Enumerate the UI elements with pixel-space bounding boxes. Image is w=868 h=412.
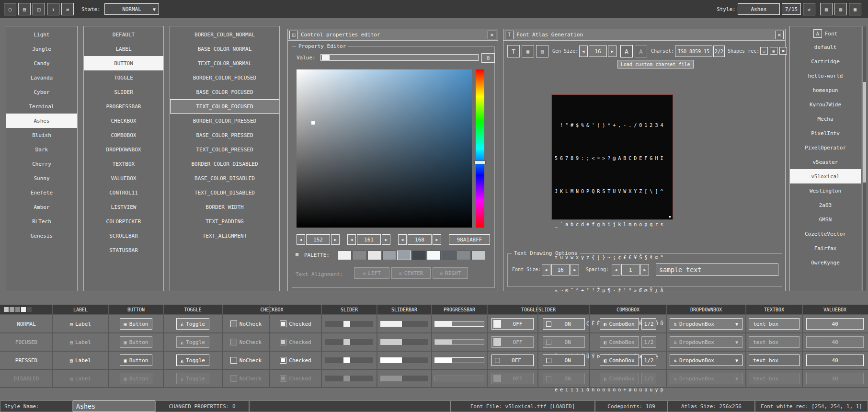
blue-increment-button[interactable]: ▶	[433, 234, 441, 245]
blue-decrement-button[interactable]: ◀	[398, 234, 407, 245]
red-value[interactable]: 152	[306, 234, 330, 245]
control-item-colorpicker[interactable]: COLORPICKER	[84, 214, 163, 229]
control-item-listview[interactable]: LISTVIEW	[84, 200, 163, 214]
font-size-decrement-button[interactable]: ◀	[542, 264, 550, 275]
sample-text-input[interactable]	[656, 263, 778, 276]
font-item-v5easter[interactable]: v5easter	[790, 155, 861, 169]
control-item-slider[interactable]: SLIDER	[84, 85, 163, 99]
style-item-genesis[interactable]: Genesis	[6, 229, 77, 243]
property-item[interactable]: BASE_COLOR_PRESSED	[170, 128, 279, 142]
style-item-cherry[interactable]: Cherry	[6, 157, 77, 171]
palette-swatch[interactable]	[367, 251, 381, 260]
palette-swatch[interactable]	[427, 251, 441, 260]
charset-value-box[interactable]: ISO-8859-15	[675, 46, 712, 57]
new-style-button[interactable]: ▢	[4, 3, 16, 15]
style-item-enefete[interactable]: Enefete	[6, 185, 77, 200]
style-item-candy[interactable]: Candy	[6, 56, 77, 70]
shapes-rec-button-1[interactable]: □	[760, 47, 768, 55]
font-item-fairfax[interactable]: Fairfax	[790, 241, 861, 255]
control-item-combobox[interactable]: COMBOBOX	[84, 128, 163, 142]
property-item[interactable]: BORDER_COLOR_PRESSED	[170, 114, 279, 128]
font-list-scrollbar[interactable]	[862, 26, 867, 291]
property-item[interactable]: BORDER_WIDTH	[170, 200, 279, 214]
gen-size-increment-button[interactable]: ▶	[608, 46, 617, 57]
blue-value[interactable]: 168	[408, 234, 432, 245]
palette-swatch[interactable]	[412, 251, 426, 260]
hue-bar[interactable]	[476, 69, 484, 228]
property-item[interactable]: BORDER_COLOR_DISABLED	[170, 157, 279, 171]
green-value[interactable]: 161	[357, 234, 381, 245]
screenshot-button[interactable]: ▧	[820, 3, 833, 15]
control-item-label[interactable]: LABEL	[84, 42, 163, 56]
palette-swatch[interactable]	[382, 251, 396, 260]
property-item[interactable]: TEXT_COLOR_NORMAL	[170, 56, 279, 70]
hue-bar-handle[interactable]	[474, 160, 486, 164]
control-item-default[interactable]: DEFAULT	[84, 27, 163, 42]
font-list-scrollbar-thumb[interactable]	[863, 82, 866, 183]
reload-style-button[interactable]: ↺	[803, 3, 815, 15]
font-item-mecha[interactable]: Mecha	[790, 112, 861, 126]
load-style-button[interactable]: ▤	[18, 3, 31, 15]
font-item-cozettevector[interactable]: CozetteVector	[790, 227, 861, 241]
font-item-v5loxical[interactable]: v5loxical	[790, 169, 861, 183]
control-item-statusbar[interactable]: STATUSBAR	[84, 243, 163, 257]
style-item-rltech[interactable]: RLTech	[6, 214, 77, 229]
palette-swatch[interactable]	[338, 251, 352, 260]
font-size-increment-button[interactable]: ▶	[571, 264, 579, 275]
font-item-cartridge[interactable]: Cartridge	[790, 54, 861, 69]
property-item[interactable]: BORDER_COLOR_FOCUSED	[170, 70, 279, 85]
palette-swatch-selected[interactable]	[397, 251, 411, 260]
gen-size-value[interactable]: 16	[589, 46, 607, 57]
style-item-jungle[interactable]: Jungle	[6, 42, 77, 56]
font-item-westington[interactable]: Westington	[790, 183, 861, 198]
red-increment-button[interactable]: ▶	[331, 234, 340, 245]
style-item-cyber[interactable]: Cyber	[6, 85, 77, 99]
style-item-sunny[interactable]: Sunny	[6, 171, 77, 185]
random-style-button[interactable]: ⇄	[61, 3, 74, 15]
gen-size-decrement-button[interactable]: ◀	[579, 46, 588, 57]
style-name-input[interactable]	[73, 401, 155, 412]
control-item-textbox[interactable]: TEXTBOX	[84, 157, 163, 171]
property-item[interactable]: BASE_COLOR_NORMAL	[170, 42, 279, 56]
style-item-amber[interactable]: Amber	[6, 200, 77, 214]
red-decrement-button[interactable]: ◀	[297, 234, 305, 245]
style-item-ashes[interactable]: Ashes	[6, 114, 77, 128]
spacing-increment-button[interactable]: ▶	[640, 264, 649, 275]
font-item-default[interactable]: default	[790, 40, 861, 54]
font-item-owrekynge[interactable]: OwreKynge	[790, 255, 861, 270]
style-item-terminal[interactable]: Terminal	[6, 99, 77, 114]
control-item-valuebox[interactable]: VALUEBOX	[84, 171, 163, 185]
control-item-dropdownbox[interactable]: DROPDOWNBOX	[84, 142, 163, 157]
property-item-selected[interactable]: TEXT_COLOR_FOCUSED	[170, 99, 279, 114]
color-picker[interactable]	[297, 69, 472, 228]
font-item-2a03[interactable]: 2a03	[790, 198, 861, 212]
property-item[interactable]: TEXT_ALIGNMENT	[170, 229, 279, 243]
close-icon[interactable]: ×	[775, 31, 784, 39]
style-item-light[interactable]: Light	[6, 27, 77, 42]
value-slider[interactable]	[320, 54, 479, 61]
font-item-hello-world[interactable]: hello-world	[790, 69, 861, 83]
preview-mode-button[interactable]: ▥	[834, 3, 847, 15]
align-center-button[interactable]: ≡CENTER	[391, 267, 431, 279]
style-item-lavanda[interactable]: Lavanda	[6, 70, 77, 85]
atlas-export-button[interactable]: ▤	[536, 45, 548, 57]
align-right-button[interactable]: ≡RIGHT	[433, 267, 468, 279]
hex-color-field[interactable]: 98A1A8FF	[449, 234, 490, 245]
close-icon[interactable]: ×	[488, 31, 496, 39]
font-atlas-titlebar[interactable]: T Font Atlas Generation ×	[503, 29, 785, 41]
font-size-value[interactable]: 16	[551, 264, 570, 275]
style-item-dark[interactable]: Dark	[6, 142, 77, 157]
control-item-checkbox[interactable]: CHECKBOX	[84, 114, 163, 128]
control-item-control11[interactable]: CONTROL11	[84, 185, 163, 200]
save-style-button[interactable]: ◫	[33, 3, 45, 15]
color-picker-cursor[interactable]	[311, 121, 315, 125]
palette-swatch[interactable]	[457, 251, 470, 260]
atlas-image-mode-button[interactable]: ▦	[522, 45, 534, 57]
state-dropdown[interactable]: NORMAL ▼	[104, 3, 159, 15]
style-name-box[interactable]: Ashes	[738, 3, 780, 15]
green-decrement-button[interactable]: ◀	[347, 234, 356, 245]
spacing-value[interactable]: 1	[621, 264, 640, 275]
palette-swatch[interactable]	[442, 251, 456, 260]
clear-charset-button[interactable]: A	[635, 45, 647, 57]
palette-swatch[interactable]	[353, 251, 366, 260]
